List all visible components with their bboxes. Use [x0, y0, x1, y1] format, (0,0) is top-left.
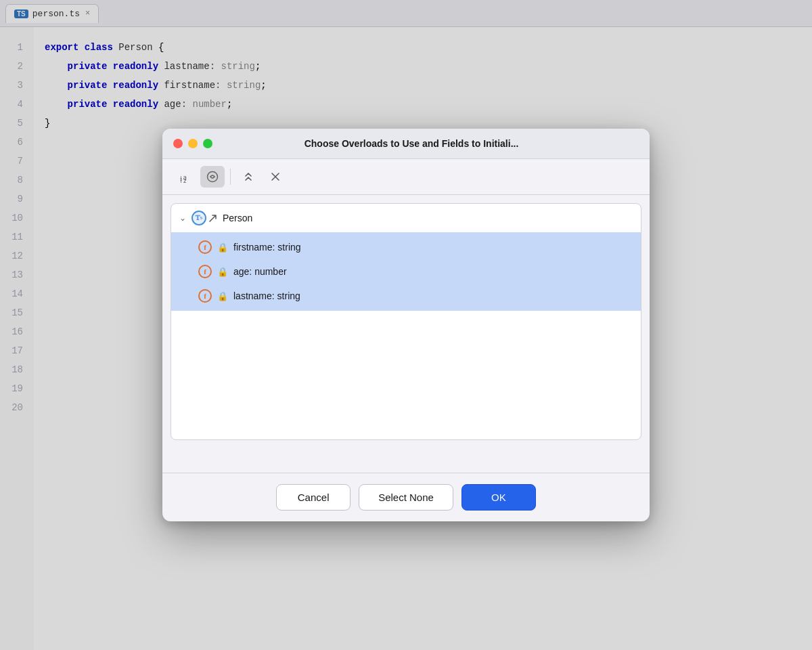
dialog-titlebar: Choose Overloads to Use and Fields to In…	[162, 129, 650, 159]
tree-item-label-2: lastname: string	[233, 290, 300, 301]
toolbar-divider	[230, 169, 231, 185]
tree-item-0[interactable]: f 🔒 firstname: string	[171, 235, 641, 259]
ts-class-icon: 𝕋S	[191, 211, 206, 225]
dialog: Choose Overloads to Use and Fields to In…	[162, 129, 650, 521]
ok-button[interactable]: OK	[461, 484, 536, 511]
dialog-footer: Cancel Select None OK	[162, 473, 650, 521]
traffic-light-minimize[interactable]	[188, 139, 198, 148]
external-link-icon	[208, 214, 217, 223]
lock-icon-0: 🔒	[217, 242, 228, 253]
lock-icon-1: 🔒	[217, 267, 228, 277]
field-icon-1: f	[198, 265, 212, 278]
cancel-button[interactable]: Cancel	[276, 484, 351, 511]
field-icon-2: f	[198, 289, 212, 303]
tree-items-list: f 🔒 firstname: string f 🔒 age: number f …	[171, 232, 641, 311]
tree-parent-label: Person	[223, 213, 252, 223]
lock-icon-2: 🔒	[217, 291, 228, 301]
dialog-title: Choose Overloads to Use and Fields to In…	[219, 138, 604, 149]
dialog-toolbar: ↓a ↑z	[162, 159, 650, 195]
traffic-light-close[interactable]	[173, 139, 183, 148]
class-icon-group: 𝕋S	[191, 211, 217, 225]
traffic-light-maximize[interactable]	[203, 139, 212, 148]
select-none-button[interactable]: Select None	[359, 484, 453, 511]
tree-item-2[interactable]: f 🔒 lastname: string	[171, 284, 641, 308]
sort-alphabetical-button[interactable]: ↓a ↑z	[173, 166, 198, 188]
traffic-lights	[173, 139, 212, 148]
chevron-down-icon: ⌄	[179, 213, 186, 223]
svg-text:↑z: ↑z	[179, 177, 187, 183]
svg-point-2	[208, 172, 218, 182]
field-icon-0: f	[198, 240, 212, 254]
expand-button[interactable]	[236, 166, 261, 188]
tree-item-label-1: age: number	[233, 266, 287, 277]
dialog-body: ⌄ 𝕋S Person f 🔒 firstname:	[162, 195, 650, 473]
sync-button[interactable]	[200, 166, 225, 188]
tree-item-label-0: firstname: string	[233, 242, 301, 253]
tree-parent-node[interactable]: ⌄ 𝕋S Person	[171, 204, 641, 232]
collapse-button[interactable]	[263, 166, 288, 188]
tree-item-1[interactable]: f 🔒 age: number	[171, 259, 641, 284]
modal-overlay: Choose Overloads to Use and Fields to In…	[0, 0, 812, 650]
tree-container: ⌄ 𝕋S Person f 🔒 firstname:	[171, 203, 641, 440]
